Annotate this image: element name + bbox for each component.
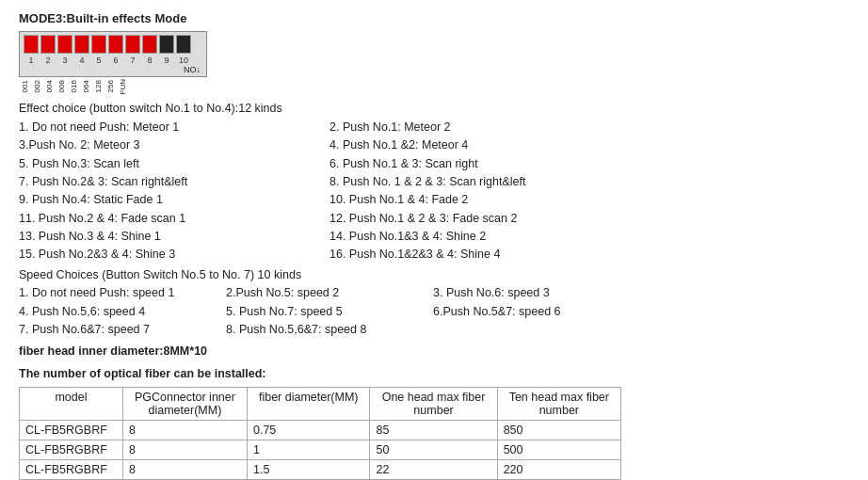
table-cell-2-2: 1.5 [247,460,370,480]
effect-col2-3: 8. Push No. 1 & 2 & 3: Scan right&left [330,173,640,191]
table-cell-0-4: 850 [497,421,620,440]
dip-btn-6 [108,35,123,54]
speed-col0-2: 7. Push No.6&7: speed 7 [19,321,226,339]
table-cell-0-3: 85 [370,421,497,440]
speed-col1-1: 5. Push No.7: speed 5 [226,303,433,321]
effect-col1-4: 9. Push No.4: Static Fade 1 [19,191,330,209]
dip-btn-7 [125,35,140,54]
table-cell-0-0: CL-FB5RGBRF [20,421,123,440]
dip-number-6: 6 [108,56,123,65]
effect-col2-4: 10. Push No.1 & 4: Fade 2 [330,191,640,209]
table-row-0: CL-FB5RGBRF80.7585850 [20,421,621,440]
dip-number-10: 10 [176,56,191,65]
speed-header: Speed Choices (Button Switch No.5 to No.… [19,266,849,284]
effect-col1-5: 11. Push No.2 & 4: Fade scan 1 [19,210,330,228]
dip-btn-1 [24,35,39,54]
fiber-head-text: fiber head inner diameter:8MM*10 [19,344,207,358]
table-header-0: model [20,388,123,421]
speed-col2-1: 6.Push No.5&7: speed 6 [433,303,640,321]
dip-number-2: 2 [40,56,56,65]
effect-col1-6: 13. Push No.3 & 4: Shine 1 [19,228,330,246]
effect-line-7: 15. Push No.2&3 & 4: Shine 316. Push No.… [19,246,849,264]
speed-col1-0: 2.Push No.5: speed 2 [226,284,433,302]
table-cell-1-0: CL-FB5RGBRF [20,440,123,460]
dip-switch: 12345678910 NO↓ [19,31,207,77]
effect-col1-7: 15. Push No.2&3 & 4: Shine 3 [19,246,330,264]
mode-title: MODE3:Built-in effects Mode [19,11,849,25]
dip-btn-9 [159,35,174,54]
dip-number-1: 1 [24,56,39,65]
speed-col0-0: 1. Do not need Push: speed 1 [19,284,226,302]
effect-col2-0: 2. Push No.1: Meteor 2 [330,119,640,136]
speed-line-0: 1. Do not need Push: speed 12.Push No.5:… [19,284,849,302]
dip-number-9: 9 [159,56,174,65]
dip-number-3: 3 [57,56,72,65]
dip-btn-4 [74,35,89,54]
effect-line-5: 11. Push No.2 & 4: Fade scan 112. Push N… [19,210,849,228]
vlabel-004: 004 [45,79,56,94]
effect-col1-1: 3.Push No. 2: Meteor 3 [19,136,330,154]
effect-line-1: 3.Push No. 2: Meteor 34. Push No.1 &2: M… [19,136,849,154]
table-cell-2-1: 8 [122,460,247,480]
speed-col1-2: 8. Push No.5,6&7: speed 8 [226,321,433,339]
dip-number-7: 7 [125,56,140,65]
table-cell-1-4: 500 [497,440,620,460]
dip-btn-8 [142,35,157,54]
effect-col2-1: 4. Push No.1 &2: Meteor 4 [330,136,640,154]
effect-line-6: 13. Push No.3 & 4: Shine 114. Push No.1&… [19,228,849,246]
fiber-table: modelPGConnector inner diameter(MM)fiber… [19,387,621,480]
fiber-head-line: fiber head inner diameter:8MM*10 [19,343,849,360]
effect-col2-2: 6. Push No.1 & 3: Scan right [330,155,640,173]
table-cell-1-2: 1 [247,440,370,460]
vlabel-008: 008 [57,79,69,94]
table-cell-2-0: CL-FB5RGBRF [20,460,123,480]
vlabel-016: 016 [70,79,81,94]
dip-number-8: 8 [142,56,157,65]
dip-btn-5 [91,35,106,54]
table-header-1: PGConnector inner diameter(MM) [122,388,247,421]
dip-number-4: 4 [74,56,89,65]
effect-line-0: 1. Do not need Push: Meteor 12. Push No.… [19,119,849,136]
table-header-4: Ten head max fiber number [497,388,620,421]
effect-choice-header: Effect choice (button switch No.1 to No.… [19,100,849,118]
vertical-labels: 001002004008016064128256FUN [21,79,849,94]
table-header-3: One head max fiber number [370,388,497,421]
speed-col2-0: 3. Push No.6: speed 3 [433,284,640,302]
effect-line-3: 7. Push No.2& 3: Scan right&left8. Push … [19,173,849,191]
table-cell-0-2: 0.75 [247,421,370,440]
table-cell-2-3: 22 [370,460,497,480]
effect-col2-7: 16. Push No.1&2&3 & 4: Shine 4 [330,246,640,264]
table-row-2: CL-FB5RGBRF81.522220 [20,460,621,480]
table-row-1: CL-FB5RGBRF8150500 [20,440,621,460]
effect-col1-3: 7. Push No.2& 3: Scan right&left [19,173,330,191]
speed-section: Speed Choices (Button Switch No.5 to No.… [19,266,849,340]
vlabel-FUN: FUN [119,79,130,94]
dip-numbers: 12345678910 [24,56,202,65]
vlabel-002: 002 [33,79,44,94]
dip-btn-2 [40,35,56,54]
dip-top-row [24,35,202,54]
table-cell-0-1: 8 [122,421,247,440]
effect-section: Effect choice (button switch No.1 to No.… [19,100,849,264]
effect-line-2: 5. Push No.3: Scan left6. Push No.1 & 3:… [19,155,849,173]
dip-switch-container: 12345678910 NO↓ 001002004008016064128256… [19,31,849,94]
effect-col2-6: 14. Push No.1&3 & 4: Shine 2 [330,228,640,246]
dip-number-5: 5 [91,56,106,65]
dip-btn-3 [57,35,72,54]
dip-btn-10 [176,35,191,54]
table-cell-1-1: 8 [122,440,247,460]
effect-line-4: 9. Push No.4: Static Fade 110. Push No.1… [19,191,849,209]
effect-col1-2: 5. Push No.3: Scan left [19,155,330,173]
vlabel-256: 256 [106,79,118,94]
vlabel-128: 128 [94,79,105,94]
no-label: NO↓ [24,65,202,74]
speed-line-2: 7. Push No.6&7: speed 78. Push No.5,6&7:… [19,321,849,339]
table-cell-1-3: 50 [370,440,497,460]
effect-col1-0: 1. Do not need Push: Meteor 1 [19,119,330,136]
table-header-2: fiber diameter(MM) [247,388,370,421]
vlabel-064: 064 [82,79,93,94]
effect-col2-5: 12. Push No.1 & 2 & 3: Fade scan 2 [330,210,640,228]
speed-col2-2 [433,321,640,339]
fiber-number-header: The number of optical fiber can be insta… [19,365,849,383]
speed-line-1: 4. Push No.5,6: speed 45. Push No.7: spe… [19,303,849,321]
